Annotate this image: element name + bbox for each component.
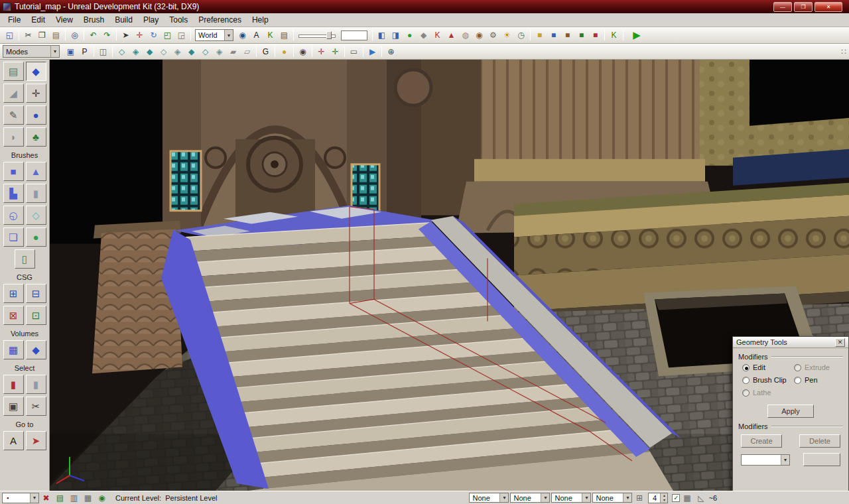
volume-cube-button[interactable]: ◆: [26, 340, 46, 359]
search-input[interactable]: [341, 31, 367, 40]
realtime-preview-icon[interactable]: ▭: [348, 45, 360, 58]
spiral-stairs-brush-button[interactable]: ❏: [3, 227, 24, 247]
transform-widget-icon[interactable]: ⊕: [385, 45, 397, 58]
actor-class-icon[interactable]: A: [250, 29, 263, 42]
select-nonsolid-button[interactable]: ▮: [26, 375, 46, 394]
create-button[interactable]: Create: [741, 434, 782, 448]
radio-brush-clip[interactable]: Brush Clip: [742, 376, 794, 384]
kismet-ref-icon[interactable]: K: [431, 29, 444, 42]
select-inverse-button[interactable]: ▣: [3, 397, 24, 416]
static-mesh-mode-button[interactable]: ◗: [3, 127, 24, 147]
curved-stairs-brush-button[interactable]: ◵: [3, 206, 24, 225]
minimize-button[interactable]: —: [773, 2, 792, 12]
save-icon[interactable]: ▣: [64, 45, 77, 58]
menu-brush[interactable]: Brush: [78, 14, 109, 26]
cube-brush-button[interactable]: ■: [3, 162, 24, 181]
menu-tools[interactable]: Tools: [164, 14, 193, 26]
title-bar[interactable]: Tutorial_map - Unreal Development Kit (3…: [0, 0, 849, 13]
content-browser-icon[interactable]: ▤: [278, 29, 291, 42]
cut-icon[interactable]: ✂: [22, 29, 34, 42]
radio-edit[interactable]: Edit: [742, 363, 794, 371]
rotate-icon[interactable]: ↻: [147, 29, 160, 42]
radio-pen[interactable]: Pen: [794, 376, 848, 384]
kismet-open-icon[interactable]: K: [608, 29, 620, 42]
actor-filter-combo[interactable]: ▪ ▾: [2, 493, 39, 503]
grid-snap-icon[interactable]: ▥: [68, 491, 80, 504]
angle-snap-icon[interactable]: ◺: [694, 491, 707, 504]
scale-icon[interactable]: ◰: [161, 29, 174, 42]
toggle-bsp-icon[interactable]: ◧: [375, 29, 388, 42]
layers-icon[interactable]: ◉: [96, 491, 108, 504]
up-arrow-icon[interactable]: ▲: [445, 29, 458, 42]
play-in-editor-icon[interactable]: ▶: [629, 29, 644, 42]
unlit-icon[interactable]: ◆: [185, 45, 198, 58]
build-cover-icon[interactable]: ■: [561, 29, 574, 42]
close-button[interactable]: ✕: [815, 2, 842, 12]
dock-grip-icon[interactable]: ∷: [841, 47, 846, 56]
copy-icon[interactable]: ❐: [36, 29, 48, 42]
binoculars-icon[interactable]: ◉: [236, 29, 249, 42]
world-transform-combo[interactable]: World ▾: [195, 29, 233, 41]
modifier-extra-button[interactable]: [803, 453, 840, 466]
cylinder-brush-button[interactable]: ▮: [26, 184, 46, 203]
menu-file[interactable]: File: [3, 14, 26, 26]
cone-brush-button[interactable]: ▲: [26, 162, 46, 181]
find-icon[interactable]: ◎: [68, 29, 81, 42]
screen-capture-icon[interactable]: ◫: [97, 45, 109, 58]
viewport-canvas[interactable]: [50, 60, 849, 491]
menu-preferences[interactable]: Preferences: [193, 14, 247, 26]
apply-button[interactable]: Apply: [767, 405, 814, 418]
volume-sheet-button[interactable]: ▦: [3, 340, 24, 359]
translate-mode-button[interactable]: ✛: [26, 84, 46, 103]
toggle-volumes-icon[interactable]: ◨: [389, 29, 402, 42]
goto-builder-button[interactable]: ➤: [26, 431, 46, 450]
mesh-paint-mode-button[interactable]: ●: [26, 105, 46, 125]
joystick-red-icon[interactable]: ✛: [315, 45, 328, 58]
build-geometry-icon[interactable]: ●: [403, 29, 416, 42]
paste-icon[interactable]: ▤: [50, 29, 62, 42]
viewport-perspective-icon[interactable]: ◇: [115, 45, 128, 58]
spinner-arrows-icon[interactable]: ▴▾: [660, 493, 667, 503]
streaming-level-combo-4[interactable]: None▾: [592, 493, 632, 503]
sheet-brush-button[interactable]: ◇: [26, 206, 46, 225]
socket-icon[interactable]: ◆: [417, 29, 430, 42]
build-lighting-icon[interactable]: ■: [533, 29, 546, 42]
clear-errors-icon[interactable]: ✖: [40, 491, 52, 504]
streaming-level-combo-3[interactable]: None▾: [551, 493, 591, 503]
menu-view[interactable]: View: [50, 14, 78, 26]
csg-subtract-button[interactable]: ⊟: [26, 284, 46, 303]
texture-density-icon[interactable]: ▱: [241, 45, 253, 58]
build-all-icon[interactable]: ■: [575, 29, 588, 42]
menu-edit[interactable]: Edit: [26, 14, 50, 26]
streaming-level-combo-2[interactable]: None▾: [510, 493, 550, 503]
game-view-icon[interactable]: G: [259, 45, 272, 58]
goto-actor-button[interactable]: A: [3, 431, 24, 450]
stairs-brush-button[interactable]: ▙: [3, 184, 24, 203]
sphere-brush-button[interactable]: ●: [26, 227, 46, 247]
scale-nonuniform-icon[interactable]: ◲: [175, 29, 188, 42]
emitter-icon[interactable]: ◍: [459, 29, 472, 42]
geometry-mode-button[interactable]: ◆: [26, 62, 46, 81]
snap-checkbox[interactable]: ✓: [672, 494, 680, 502]
select-cut-button[interactable]: ✂: [26, 397, 46, 416]
fullscreen-icon[interactable]: ◱: [3, 29, 16, 42]
camera-lock-icon[interactable]: ◉: [473, 29, 486, 42]
kismet-icon[interactable]: K: [264, 29, 277, 42]
drawscale-icon[interactable]: ⊞: [633, 491, 645, 504]
slider-thumb[interactable]: [326, 31, 332, 39]
viewport-side-icon[interactable]: ◇: [157, 45, 170, 58]
csg-deintersect-button[interactable]: ⊡: [26, 306, 46, 325]
undo-icon[interactable]: ↶: [87, 29, 99, 42]
grid-size-spinner[interactable]: 4 ▴▾: [648, 493, 668, 503]
translate-icon[interactable]: ✛: [133, 29, 146, 42]
maximize-button[interactable]: ❐: [794, 2, 813, 12]
csg-add-button[interactable]: ⊞: [3, 284, 24, 303]
viewport[interactable]: Geometry Tools ✕ Modifiers EditExtrudeBr…: [50, 60, 849, 491]
lit-icon[interactable]: ◇: [199, 45, 212, 58]
autosave-icon[interactable]: ▤: [54, 491, 66, 504]
geometry-tools-titlebar[interactable]: Geometry Tools ✕: [733, 337, 848, 348]
menu-help[interactable]: Help: [247, 14, 274, 26]
lock-icon[interactable]: ●: [278, 45, 291, 58]
farclip-slider[interactable]: [298, 30, 336, 40]
menu-build[interactable]: Build: [109, 14, 138, 26]
